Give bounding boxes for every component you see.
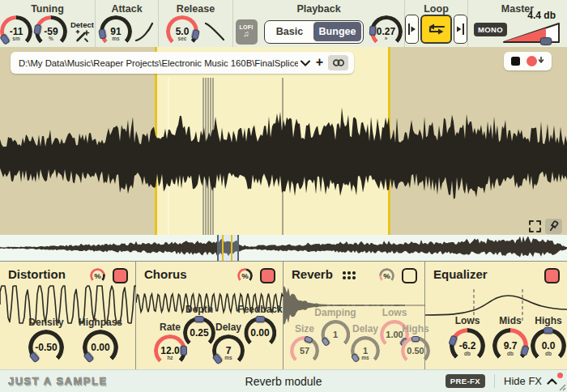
eq-lows-label: Lows <box>455 315 480 326</box>
status-bar: JUST A SAMPLE Reverb module PRE-FX Hide … <box>0 369 567 392</box>
distortion-enable-toggle[interactable] <box>113 268 128 283</box>
reverb-delay-knob[interactable]: 1ms <box>351 336 380 365</box>
waveform-editor[interactable]: D:\My Data\Music\Reaper Projects\Electro… <box>0 47 567 235</box>
density-knob[interactable]: -0.50 <box>28 330 64 365</box>
add-sample-button[interactable]: + <box>316 55 323 70</box>
reverb-enable-toggle[interactable] <box>402 268 417 283</box>
fx-rack: Distortion % Density -0.50 Highpass 0.00… <box>0 261 567 369</box>
distortion-title: Distortion <box>8 267 66 281</box>
overview-waveform <box>0 235 567 261</box>
feedback-knob[interactable]: 0.00 <box>244 317 276 349</box>
overview-loop-end-marker[interactable] <box>231 235 232 261</box>
knob-unit: db <box>531 351 566 356</box>
chorus-mix-knob[interactable]: % <box>237 268 253 283</box>
feedback-label: Feedback <box>237 304 282 315</box>
loop-section: Loop <box>405 0 468 47</box>
mode-basic-button[interactable]: Basic <box>266 22 313 41</box>
stop-button[interactable] <box>511 57 520 66</box>
sample-waveform <box>0 47 567 235</box>
eq-highs-knob[interactable]: 0.0db <box>531 328 566 364</box>
chevron-up-icon <box>547 378 557 385</box>
master-volume-slider[interactable] <box>502 21 562 45</box>
equalizer-enable-toggle[interactable] <box>544 268 560 283</box>
tuning-label: Tuning <box>0 0 95 15</box>
reverb-module: Reverb % Size 57 Damping 1 Delay 1ms <box>284 262 425 369</box>
knob-glyph: % <box>90 268 105 283</box>
link-icon <box>332 58 345 67</box>
music-note-icon: ♫ <box>243 30 249 39</box>
tuning-cents-knob[interactable]: -59% <box>35 15 67 48</box>
attack-knob[interactable]: 91ms <box>100 15 132 48</box>
link-sample-button[interactable] <box>328 55 348 70</box>
knob-handle[interactable] <box>255 316 265 322</box>
reverb-title: Reverb <box>292 267 333 281</box>
chevron-down-icon <box>301 60 310 66</box>
knob-handle[interactable] <box>544 327 553 334</box>
loop-end-marker-button[interactable] <box>454 15 467 44</box>
depth-label: Depth <box>185 304 213 315</box>
resize-handle[interactable] <box>558 383 566 391</box>
depth-knob[interactable]: 0.25 <box>183 317 215 349</box>
density-label: Density <box>28 317 63 328</box>
knob-handle[interactable] <box>369 26 376 36</box>
chorus-enable-toggle[interactable] <box>260 268 275 283</box>
highpass-knob[interactable]: 0.00 <box>83 330 118 365</box>
knob-handle[interactable] <box>191 29 199 40</box>
hide-fx-button[interactable]: Hide FX <box>504 375 557 387</box>
release-knob[interactable]: 5.0sec <box>166 15 198 48</box>
knob-unit: % <box>35 36 67 41</box>
fit-view-icon[interactable] <box>529 220 541 232</box>
waveform-overview[interactable] <box>0 235 567 261</box>
master-volume-value: 4.4 db <box>527 10 556 21</box>
mode-bungee-button[interactable]: Bungee <box>313 22 361 41</box>
knob-unit: » <box>370 36 403 41</box>
release-label: Release <box>159 0 232 15</box>
hide-fx-label: Hide FX <box>504 375 542 387</box>
reverb-lows-label: Lows <box>382 307 407 318</box>
playback-speed-knob[interactable]: 0.27» <box>370 15 403 48</box>
eq-mids-knob[interactable]: 9.7db <box>492 328 528 364</box>
knob-handle[interactable] <box>194 316 204 322</box>
volume-slider-handle[interactable] <box>540 38 552 45</box>
knob-glyph: % <box>237 268 253 283</box>
record-dropdown-arrow-icon[interactable] <box>538 56 544 65</box>
distortion-module: Distortion % Density -0.50 Highpass 0.00 <box>0 262 136 369</box>
recent-files-dropdown[interactable] <box>301 60 310 66</box>
drag-handle-icon[interactable] <box>343 271 357 281</box>
rate-knob[interactable]: 12.0hz <box>154 334 186 367</box>
detect-label: Detect <box>70 20 94 29</box>
reverb-mix-knob[interactable]: % <box>379 268 394 283</box>
eq-lows-knob[interactable]: -6.2db <box>450 328 485 364</box>
playback-section: Playback LOFI ♫ Basic Bungee 0.27» <box>233 0 405 47</box>
highpass-label: Highpass <box>79 317 122 328</box>
divider <box>494 374 495 388</box>
knob-unit: db <box>450 351 485 356</box>
knob-handle[interactable] <box>411 336 420 342</box>
loop-toggle-button[interactable] <box>420 15 452 44</box>
size-label: Size <box>295 323 314 334</box>
record-button[interactable] <box>526 56 537 66</box>
attack-curve-icon <box>134 20 154 43</box>
loop-start-marker-button[interactable] <box>405 15 419 44</box>
distortion-mix-knob[interactable]: % <box>90 268 105 283</box>
tuning-semitones-knob[interactable]: -11sm <box>0 15 32 48</box>
knob-handle[interactable] <box>181 346 187 356</box>
arrow-into-bar-icon <box>456 21 466 37</box>
chorus-delay-knob[interactable]: 7ms <box>212 334 245 367</box>
lofi-toggle-button[interactable]: LOFI ♫ <box>236 19 258 45</box>
damping-knob[interactable]: 1 <box>321 320 350 349</box>
rate-label: Rate <box>160 322 181 333</box>
attack-section: Attack 91ms <box>96 0 159 47</box>
magic-wand-icon <box>75 29 90 43</box>
pin-icon <box>548 220 559 232</box>
damping-label: Damping <box>314 307 356 318</box>
pin-view-button[interactable] <box>545 219 562 234</box>
view-window[interactable] <box>217 235 239 261</box>
reverb-delay-label: Delay <box>352 323 378 334</box>
prefx-badge[interactable]: PRE-FX <box>446 374 485 388</box>
sample-path-input[interactable]: D:\My Data\Music\Reaper Projects\Electro… <box>11 52 354 74</box>
attack-label: Attack <box>96 0 158 15</box>
overview-loop-start-marker[interactable] <box>222 235 224 261</box>
detect-pitch-button[interactable]: Detect <box>70 20 95 43</box>
plugin-window: Tuning -11sm -59% Detect <box>0 0 567 392</box>
